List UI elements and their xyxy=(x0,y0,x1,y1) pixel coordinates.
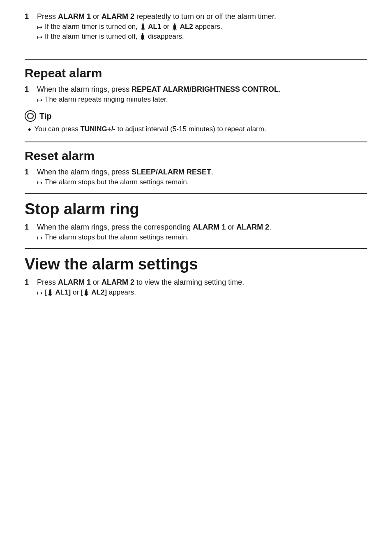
intro-section: 1 Press ALARM 1 or ALARM 2 repeatedly to… xyxy=(25,12,367,51)
divider-1 xyxy=(25,59,367,60)
intro-text: Press ALARM 1 or ALARM 2 repeatedly to t… xyxy=(37,12,276,21)
stop-alarm-section: Stop alarm ring 1 When the alarm rings, … xyxy=(25,200,367,241)
intro-arrow1-text: If the alarm timer is turned on, AL1 or … xyxy=(45,23,222,31)
stop-step-number: 1 xyxy=(25,223,33,232)
svg-line-12 xyxy=(32,117,32,118)
repeat-arrow-sym: ↦ xyxy=(37,96,42,104)
intro-arrow2-text: If the alarm timer is turned off, disapp… xyxy=(45,32,184,41)
repeat-step-row: 1 When the alarm rings, press REPEAT ALA… xyxy=(25,85,367,104)
repeat-alarm-heading: Repeat alarm xyxy=(25,66,367,80)
divider-2 xyxy=(25,142,367,142)
bullet-dot: • xyxy=(28,124,31,135)
svg-line-11 xyxy=(28,114,29,114)
tuning-button: TUNING+/- xyxy=(81,125,115,133)
stop-arrow-text: The alarm stops but the alarm settings r… xyxy=(45,233,189,241)
reset-step-number: 1 xyxy=(25,168,33,176)
intro-arrow1: ↦ If the alarm timer is turned on, AL1 o… xyxy=(37,23,367,31)
intro-step-row: 1 Press ALARM 1 or ALARM 2 repeatedly to… xyxy=(25,12,367,41)
svg-line-13 xyxy=(32,114,32,114)
view-step-text: Press ALARM 1 or ALARM 2 to view the ala… xyxy=(37,278,244,286)
svg-point-2 xyxy=(174,29,175,30)
alarm2-bold: ALARM 2 xyxy=(101,12,134,21)
view-arrow-text: [ AL1] or [ AL2] appears. xyxy=(45,288,136,297)
bell-icon-view-al2 xyxy=(83,289,89,297)
view-al2-label: AL2] xyxy=(91,288,107,296)
arrow-symbol-1: ↦ xyxy=(37,23,42,31)
tip-heading-label: Tip xyxy=(39,111,52,121)
view-arrow: ↦ [ AL1] or [ AL2] appears. xyxy=(37,288,367,297)
reset-arrow-text: The alarm stops but the alarm settings r… xyxy=(45,178,189,186)
repeat-arrow: ↦ The alarm repeats ringing minutes late… xyxy=(37,95,367,104)
stop-alarm-heading: Stop alarm ring xyxy=(25,200,367,218)
bell-icon-view-al1 xyxy=(47,289,53,297)
view-al1-label: AL1] xyxy=(55,288,71,296)
bell-icon-al1 xyxy=(140,23,146,31)
reset-alarm-section: Reset alarm 1 When the alarm rings, pres… xyxy=(25,149,367,186)
tip-bullet-text: You can press TUNING+/- to adjust interv… xyxy=(35,125,266,133)
reset-step-content: When the alarm rings, press SLEEP/ALARM … xyxy=(37,168,367,186)
repeat-alarm-section: Repeat alarm 1 When the alarm rings, pre… xyxy=(25,66,367,135)
reset-step-row: 1 When the alarm rings, press SLEEP/ALAR… xyxy=(25,168,367,186)
view-arrow-sym: ↦ xyxy=(37,289,42,297)
stop-step-content: When the alarm rings, press the correspo… xyxy=(37,223,367,241)
tip-container: Tip • You can press TUNING+/- to adjust … xyxy=(25,110,367,135)
stop-step-row: 1 When the alarm rings, press the corres… xyxy=(25,223,367,241)
gear-icon xyxy=(27,112,34,120)
bell-icon-al2 xyxy=(172,23,178,31)
reset-alarm-heading: Reset alarm xyxy=(25,149,367,163)
divider-3 xyxy=(25,193,367,194)
svg-rect-16 xyxy=(49,289,51,290)
stop-alarm2-bold: ALARM 2 xyxy=(236,223,269,231)
svg-rect-18 xyxy=(85,289,87,290)
stop-arrow: ↦ The alarm stops but the alarm settings… xyxy=(37,233,367,241)
sleep-alarm-reset-button: SLEEP/ALARM RESET xyxy=(131,168,211,176)
tip-icon xyxy=(25,110,36,122)
divider-4 xyxy=(25,248,367,249)
view-step-number: 1 xyxy=(25,278,33,287)
svg-rect-1 xyxy=(142,23,143,24)
view-settings-heading: View the alarm settings xyxy=(25,255,367,273)
repeat-arrow-text: The alarm repeats ringing minutes later. xyxy=(45,95,168,104)
repeat-button: REPEAT ALARM/BRIGHTNESS CONTROL xyxy=(131,85,279,93)
intro-arrow2: ↦ If the alarm timer is turned off, disa… xyxy=(37,32,367,41)
svg-rect-5 xyxy=(142,33,143,34)
svg-point-17 xyxy=(85,295,87,296)
repeat-step-text: When the alarm rings, press REPEAT ALARM… xyxy=(37,85,281,93)
svg-point-4 xyxy=(142,39,143,40)
al2-label: AL2 xyxy=(180,23,193,30)
tip-heading-row: Tip xyxy=(25,110,367,122)
svg-point-0 xyxy=(142,29,143,30)
reset-step-text: When the alarm rings, press SLEEP/ALARM … xyxy=(37,168,213,176)
intro-step-number: 1 xyxy=(25,12,33,21)
alarm1-bold: ALARM 1 xyxy=(58,12,91,21)
stop-step-text: When the alarm rings, press the correspo… xyxy=(37,223,271,231)
repeat-step-number: 1 xyxy=(25,85,33,94)
svg-line-14 xyxy=(28,117,29,118)
reset-arrow: ↦ The alarm stops but the alarm settings… xyxy=(37,178,367,186)
reset-arrow-sym: ↦ xyxy=(37,179,42,186)
view-alarm2-bold: ALARM 2 xyxy=(101,278,134,286)
view-step-content: Press ALARM 1 or ALARM 2 to view the ala… xyxy=(37,278,367,297)
arrow-symbol-2: ↦ xyxy=(37,33,42,41)
stop-alarm1-bold: ALARM 1 xyxy=(193,223,226,231)
intro-step-content: Press ALARM 1 or ALARM 2 repeatedly to t… xyxy=(37,12,367,41)
view-settings-section: View the alarm settings 1 Press ALARM 1 … xyxy=(25,255,367,297)
svg-point-15 xyxy=(49,295,51,296)
view-step-row: 1 Press ALARM 1 or ALARM 2 to view the a… xyxy=(25,278,367,297)
tip-bullet: • You can press TUNING+/- to adjust inte… xyxy=(28,125,367,135)
svg-rect-3 xyxy=(174,23,175,24)
stop-arrow-sym: ↦ xyxy=(37,234,42,241)
view-alarm1-bold: ALARM 1 xyxy=(58,278,91,286)
bell-icon-off xyxy=(140,33,145,41)
repeat-step-content: When the alarm rings, press REPEAT ALARM… xyxy=(37,85,367,104)
al1-label: AL1 xyxy=(148,23,161,30)
